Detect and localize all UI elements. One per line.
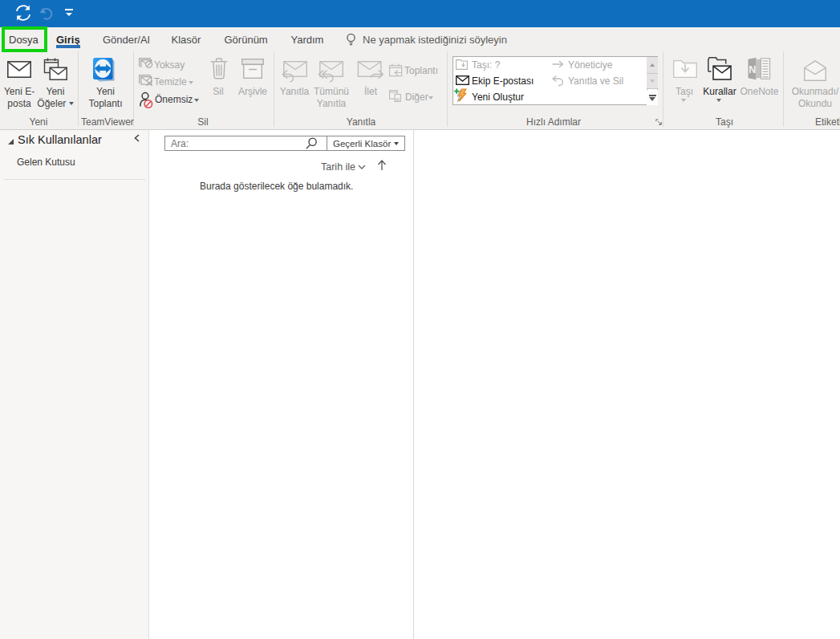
svg-text:N: N	[749, 64, 756, 75]
